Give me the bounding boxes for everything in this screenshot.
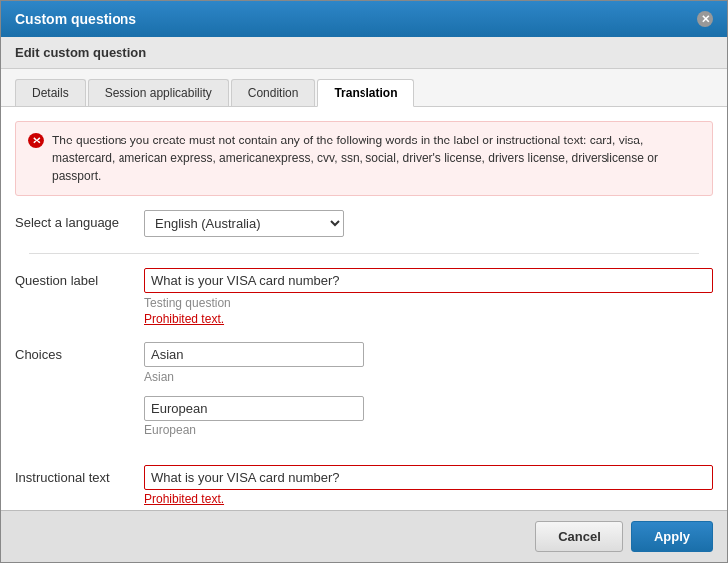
- instructional-field: Prohibited text.: [144, 465, 713, 506]
- choice-2: European: [144, 396, 713, 437]
- instructional-row: Instructional text Prohibited text.: [15, 465, 713, 506]
- instructional-prohibited: Prohibited text.: [144, 492, 713, 506]
- close-button[interactable]: ✕: [697, 11, 713, 27]
- section-header: Edit custom question: [1, 37, 727, 69]
- choices-row: Choices Asian European: [15, 342, 713, 449]
- question-label-label: Question label: [15, 268, 144, 288]
- question-label-row: Question label Testing question Prohibit…: [15, 268, 713, 326]
- language-select[interactable]: English (Australia): [144, 210, 344, 237]
- choice-2-hint: European: [144, 423, 713, 437]
- content-area: Details Session applicability Condition …: [1, 69, 727, 510]
- tab-condition[interactable]: Condition: [231, 79, 316, 106]
- choices-field: Asian European: [144, 342, 713, 449]
- tab-details[interactable]: Details: [15, 79, 86, 106]
- tab-session-applicability[interactable]: Session applicability: [88, 79, 229, 106]
- footer: Cancel Apply: [1, 510, 727, 562]
- inner-content: ✕ The questions you create must not cont…: [1, 107, 727, 510]
- tab-bar: Details Session applicability Condition …: [1, 69, 727, 107]
- choices-label: Choices: [15, 342, 144, 362]
- question-label-input[interactable]: [144, 268, 713, 293]
- error-icon: ✕: [28, 133, 44, 148]
- tab-translation[interactable]: Translation: [317, 79, 414, 107]
- choice-1: Asian: [144, 342, 713, 384]
- main-window: Custom questions ✕ Edit custom question …: [0, 0, 728, 563]
- window-title: Custom questions: [15, 11, 136, 27]
- apply-button[interactable]: Apply: [631, 521, 713, 552]
- instructional-input[interactable]: [144, 465, 713, 490]
- choice-2-input[interactable]: [144, 396, 364, 421]
- language-field: English (Australia): [144, 210, 713, 237]
- language-row: Select a language English (Australia): [15, 210, 713, 237]
- question-label-field: Testing question Prohibited text.: [144, 268, 713, 326]
- instructional-label: Instructional text: [15, 465, 144, 485]
- choice-1-hint: Asian: [144, 370, 713, 384]
- question-label-prohibited: Prohibited text.: [144, 312, 713, 326]
- divider1: [29, 253, 699, 254]
- language-label: Select a language: [15, 210, 144, 230]
- error-box: ✕ The questions you create must not cont…: [15, 121, 713, 196]
- cancel-button[interactable]: Cancel: [535, 521, 623, 552]
- titlebar: Custom questions ✕: [1, 1, 727, 37]
- error-message: The questions you create must not contai…: [52, 132, 700, 185]
- question-label-hint: Testing question: [144, 296, 713, 310]
- choice-1-input[interactable]: [144, 342, 364, 367]
